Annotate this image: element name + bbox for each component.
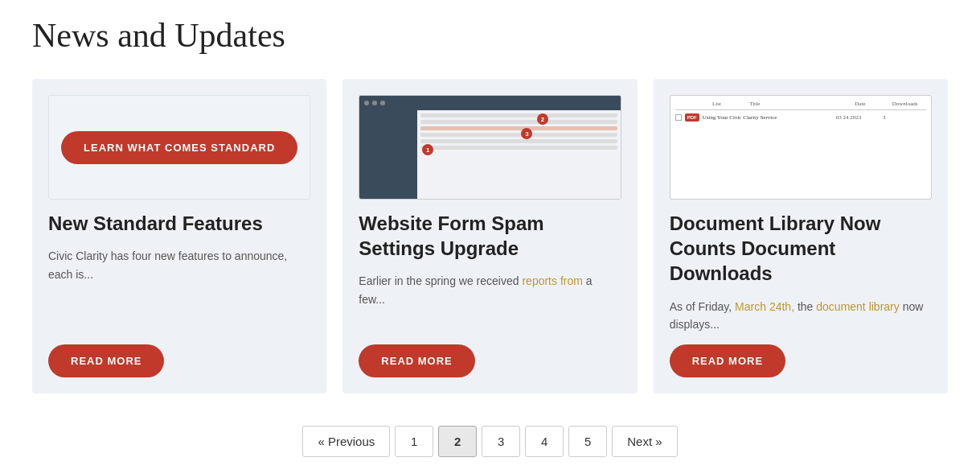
sim-bar: [359, 96, 620, 110]
pagination-page-5[interactable]: 5: [568, 426, 607, 457]
sim-sidebar: [359, 110, 416, 199]
doc-downloads-count: 3: [883, 114, 926, 121]
news-cards-container: LEARN WHAT COMES STANDARD New Standard F…: [32, 79, 948, 394]
doc-row-1: PDF Using Your Civic Clarity Service 03 …: [675, 113, 926, 122]
card1-title: New Standard Features: [48, 211, 310, 236]
doc-date: 03 24 2023: [836, 114, 880, 121]
pagination-page-1[interactable]: 1: [395, 426, 433, 457]
card-document-library: List Title Date Downloads PDF Using Your…: [654, 79, 948, 394]
screenshot-simulation: 2 3 1: [359, 96, 620, 199]
sim-dot1: [364, 101, 369, 105]
card3-excerpt: As of Friday, March 24th, the document l…: [670, 298, 932, 334]
pagination-page-4[interactable]: 4: [525, 426, 564, 457]
doc-col-list: List: [712, 101, 746, 107]
card1-image: LEARN WHAT COMES STANDARD: [48, 95, 310, 200]
sim-badge1: 2: [537, 113, 548, 125]
card2-title: Website Form Spam Settings Upgrade: [359, 211, 621, 261]
sim-content: [359, 110, 620, 199]
pdf-badge: PDF: [685, 113, 699, 122]
doc-header-row: List Title Date Downloads: [675, 101, 926, 110]
card3-read-more-button[interactable]: READ MORE: [670, 344, 785, 377]
card-new-standard-features: LEARN WHAT COMES STANDARD New Standard F…: [32, 79, 326, 394]
card2-read-more-button[interactable]: READ MORE: [359, 344, 474, 377]
doc-name: Using Your Civic Clarity Service: [703, 114, 833, 121]
card3-highlight-march: March 24th,: [735, 300, 794, 313]
learn-what-comes-standard-button[interactable]: LEARN WHAT COMES STANDARD: [61, 131, 297, 164]
pagination: « Previous 1 2 3 4 5 Next »: [32, 426, 948, 457]
sim-dot3: [380, 101, 385, 105]
card2-image: 2 3 1: [359, 95, 621, 200]
card1-excerpt: Civic Clarity has four new features to a…: [48, 247, 310, 333]
doc-checkbox: [675, 114, 682, 121]
pagination-next-button[interactable]: Next »: [612, 426, 677, 457]
doc-col-downloads: Downloads: [892, 101, 926, 107]
card2-excerpt-highlight: reports: [522, 274, 557, 287]
pagination-page-3[interactable]: 3: [482, 426, 520, 457]
pagination-page-2[interactable]: 2: [438, 426, 477, 457]
sim-main: [417, 110, 621, 199]
sim-dot2: [372, 101, 377, 105]
doc-col-check: [675, 101, 709, 107]
card3-title: Document Library Now Counts Document Dow…: [670, 211, 932, 286]
doc-col-title: Title: [749, 101, 851, 107]
card-website-form-spam: 2 3 1 Website Form Spam Settings Upgrade…: [342, 79, 637, 394]
pagination-previous-button[interactable]: « Previous: [302, 426, 390, 457]
card3-highlight-doc: document library: [816, 300, 900, 313]
card2-excerpt-from: from: [560, 274, 583, 287]
page-title: News and Updates: [32, 16, 948, 55]
doc-library-simulation: List Title Date Downloads PDF Using Your…: [670, 96, 931, 199]
doc-col-date: Date: [855, 101, 888, 107]
card3-image: List Title Date Downloads PDF Using Your…: [670, 95, 932, 200]
card2-excerpt: Earlier in the spring we received report…: [359, 272, 621, 333]
card1-read-more-button[interactable]: READ MORE: [48, 344, 164, 377]
